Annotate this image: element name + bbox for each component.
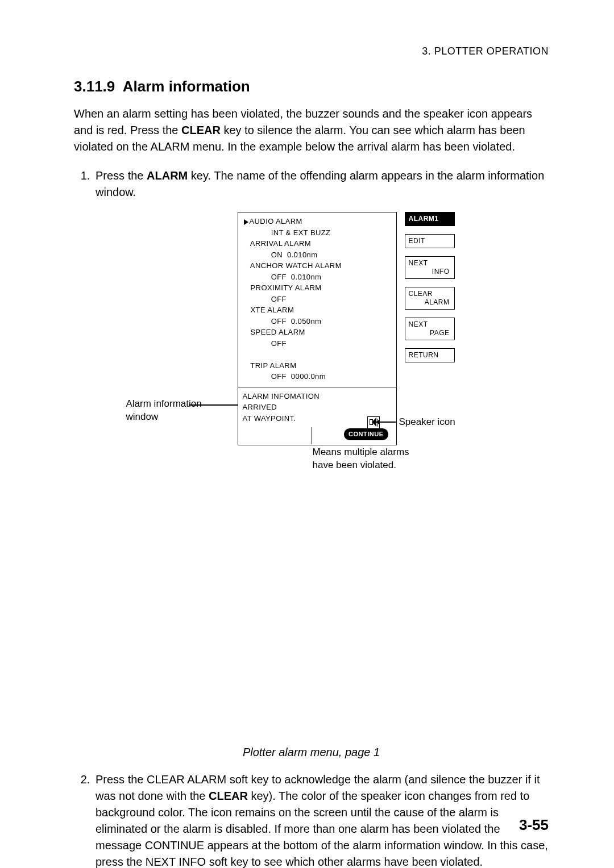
intro-paragraph: When an alarm setting has been violated,… <box>74 106 549 155</box>
alarm-info-panel: ALARM INFOMATION ARRIVED AT WAYPOINT. CO… <box>238 387 396 445</box>
callout-left-1: Alarm information <box>126 398 202 409</box>
callout-left-2: window <box>126 411 159 422</box>
cont2: have been violated. <box>313 460 396 470</box>
menu-value: ON 0.010nm <box>242 249 396 261</box>
menu-item: SPEED ALARM <box>242 327 396 338</box>
step1-a: Press the <box>96 169 147 182</box>
softkey-next-page[interactable]: NEXT PAGE <box>405 318 455 340</box>
alarm-menu-figure: Alarm information window AUDIO ALARM INT… <box>130 212 493 473</box>
callout-alarm-info-window: Alarm information window <box>126 398 202 424</box>
softkey-return[interactable]: RETURN <box>405 348 455 362</box>
step2-bold: CLEAR <box>209 790 248 802</box>
info-title: ALARM INFOMATION <box>243 391 392 402</box>
menu-blank <box>242 349 396 360</box>
cursor-icon <box>244 219 248 225</box>
softkey-line1: NEXT <box>409 320 428 328</box>
softkey-line2: ALARM <box>409 298 451 307</box>
menu-val: OFF 0.010nm <box>271 273 322 281</box>
menu-value: OFF 0.010nm <box>242 272 396 283</box>
menu-label: PROXIMITY ALARM <box>251 283 322 292</box>
menu-label: ARRIVAL ALARM <box>250 239 311 248</box>
menu-label: AUDIO ALARM <box>250 217 302 226</box>
menu-val: OFF 0000.0nm <box>271 372 326 381</box>
continue-pill[interactable]: CONTINUE <box>344 428 388 440</box>
menu-value: INT & EXT BUZZ <box>242 227 396 239</box>
softkey-line2: PAGE <box>409 329 451 337</box>
menu-value: OFF 0000.0nm <box>242 371 396 382</box>
menu-item: ARRIVAL ALARM <box>242 238 396 249</box>
menu-item: TRIP ALARM <box>242 360 396 372</box>
menu-item: XTE ALARM <box>242 304 396 316</box>
menu-label: SPEED ALARM <box>251 328 305 336</box>
page-number: 3-55 <box>519 816 549 834</box>
softkey-clear-alarm[interactable]: CLEAR ALARM <box>405 287 455 310</box>
softkey-alarm1[interactable]: ALARM1 <box>405 212 455 226</box>
step-2: Press the CLEAR ALARM soft key to acknow… <box>93 771 549 868</box>
menu-item: ANCHOR WATCH ALARM <box>242 260 396 272</box>
callout-arrow-speaker <box>380 422 396 423</box>
softkey-edit[interactable]: EDIT <box>405 234 455 248</box>
menu-item: AUDIO ALARM <box>242 216 396 227</box>
intro-bold: CLEAR <box>181 124 221 136</box>
alarm-menu-screen: AUDIO ALARM INT & EXT BUZZ ARRIVAL ALARM… <box>238 212 397 445</box>
menu-value: OFF <box>242 338 396 349</box>
menu-label: ANCHOR WATCH ALARM <box>250 261 342 270</box>
section-heading: 3.11.9 Alarm information <box>74 78 549 95</box>
menu-item: PROXIMITY ALARM <box>242 282 396 294</box>
menu-val: OFF <box>271 339 287 348</box>
menu-val: OFF 0.050nm <box>271 317 322 326</box>
step1-bold: ALARM <box>147 169 188 182</box>
alarm-menu-list: AUDIO ALARM INT & EXT BUZZ ARRIVAL ALARM… <box>238 212 396 387</box>
softkey-line2: INFO <box>409 268 451 276</box>
menu-val: ON 0.010nm <box>271 251 318 259</box>
softkey-line1: NEXT <box>409 259 428 267</box>
menu-val: OFF <box>271 295 287 303</box>
menu-label: TRIP ALARM <box>250 361 296 370</box>
softkey-next-info[interactable]: NEXT INFO <box>405 256 455 279</box>
menu-value: OFF <box>242 294 396 305</box>
menu-value: OFF 0.050nm <box>242 316 396 327</box>
info-line1: ARRIVED <box>243 402 392 413</box>
step-1: Press the ALARM key. The name of the off… <box>93 168 549 201</box>
menu-val: INT & EXT BUZZ <box>271 228 331 237</box>
chapter-header: 3. PLOTTER OPERATION <box>74 45 549 57</box>
section-number: 3.11.9 <box>74 78 115 95</box>
section-title-text: Alarm information <box>123 78 250 95</box>
callout-continue-text: Means multiple alarms have been violated… <box>313 446 409 472</box>
soft-key-column: ALARM1 EDIT NEXT INFO CLEAR ALARM NEXT P… <box>405 212 455 370</box>
callout-speaker-label: Speaker icon <box>399 416 455 428</box>
callout-line-continue <box>312 427 313 444</box>
menu-label: XTE ALARM <box>251 306 294 314</box>
cont1: Means multiple alarms <box>313 446 409 457</box>
softkey-line1: CLEAR <box>409 290 433 298</box>
figure-caption: Plotter alarm menu, page 1 <box>74 746 549 759</box>
callout-line-left <box>189 404 238 406</box>
